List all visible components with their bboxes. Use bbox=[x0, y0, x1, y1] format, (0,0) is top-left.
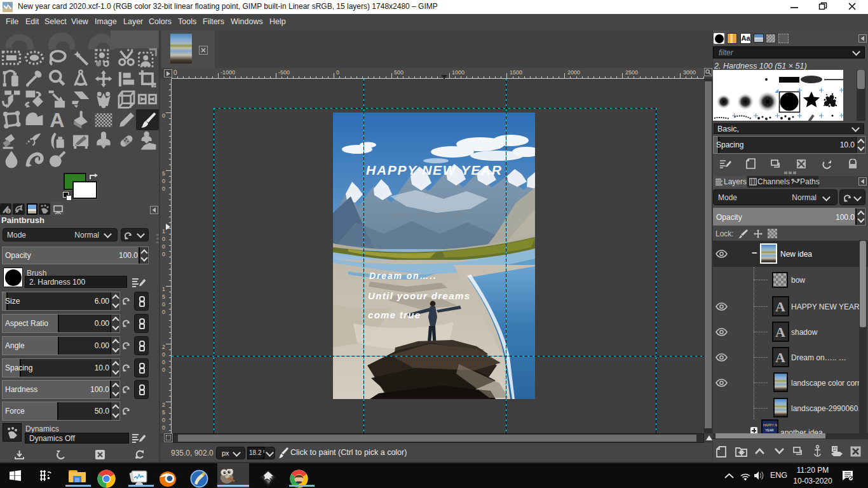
svg-text:A: A bbox=[50, 110, 64, 130]
svg-text:come true: come true bbox=[368, 309, 420, 320]
svg-text:Dream on…..: Dream on….. bbox=[369, 271, 436, 281]
svg-text:www.... Full-screen Snip: www.... Full-screen Snip bbox=[393, 211, 463, 218]
svg-text:Until yoour dreams: Until yoour dreams bbox=[368, 290, 470, 301]
svg-text:i: i bbox=[8, 208, 9, 214]
